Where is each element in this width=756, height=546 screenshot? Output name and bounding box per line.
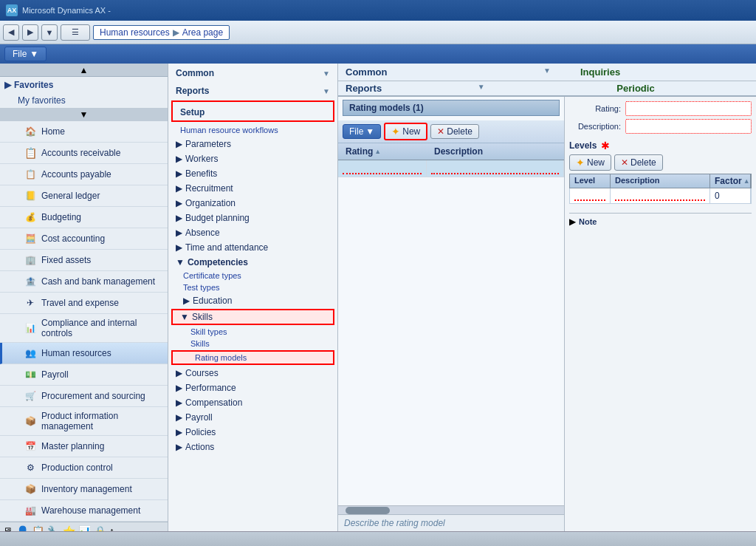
sidebar-item-procurement[interactable]: 🛒 Procurement and sourcing <box>0 386 168 407</box>
forward-button[interactable]: ▶ <box>22 24 38 41</box>
sidebar-item-fixed-assets[interactable]: 🏢 Fixed assets <box>0 250 168 271</box>
sort-arrow-rating: ▲ <box>374 148 381 155</box>
area-benefits[interactable]: ▶ Benefits <box>168 166 337 181</box>
area-workers[interactable]: ▶ Workers <box>168 151 337 166</box>
absence-label: Absence <box>185 228 220 238</box>
levels-delete-button[interactable]: ✕ Delete <box>614 154 663 171</box>
sidebar-item-product-info[interactable]: 📦 Product information management <box>0 407 168 436</box>
area-courses[interactable]: ▶ Courses <box>168 366 337 381</box>
note-header[interactable]: ▶ Note <box>569 214 752 230</box>
sidebar-item-home[interactable]: 🏠 Home <box>0 121 168 143</box>
sidebar-item-cash-bank[interactable]: 🏦 Cash and bank management <box>0 271 168 293</box>
horizontal-scrollbar[interactable] <box>338 505 564 514</box>
sidebar-item-master-planning[interactable]: 📅 Master planning <box>0 436 168 457</box>
scrollbar-thumb[interactable] <box>346 507 390 514</box>
sidebar-item-accounts-payable[interactable]: 📋 Accounts payable <box>0 164 168 185</box>
favorites-section[interactable]: ▶ Favorites <box>0 77 168 93</box>
sidebar-item-human-resources[interactable]: 👥 Human resources <box>0 343 168 364</box>
inventory-icon: 📦 <box>24 482 37 496</box>
actions-arrow: ▶ <box>176 442 182 452</box>
description-value-input[interactable] <box>431 163 559 174</box>
area-skills[interactable]: ▼ Skills <box>171 309 334 325</box>
panel-delete-button[interactable]: ✕ Delete <box>430 124 479 139</box>
rating-field-input[interactable] <box>625 101 752 116</box>
reports-label: Reports <box>176 86 209 96</box>
bottom-icon-1[interactable]: 🖥 <box>3 525 13 531</box>
sidebar-item-budgeting[interactable]: 💰 Budgeting <box>0 207 168 228</box>
menu-button[interactable]: ☰ <box>61 24 90 41</box>
area-budget-planning[interactable]: ▶ Budget planning <box>168 211 337 225</box>
grid-header-rating[interactable]: Rating ▲ <box>341 145 430 158</box>
sidebar-scroll-top[interactable]: ▲ <box>0 64 168 77</box>
sidebar-item-accounts-receivable[interactable]: 📋 Accounts receivable <box>0 143 168 164</box>
area-payroll[interactable]: ▶ Payroll <box>168 410 337 425</box>
content-mid-bar: Reports ▼ Periodic <box>338 81 756 97</box>
back-button[interactable]: ◀ <box>3 24 19 41</box>
bottom-icon-3[interactable]: 📋 <box>32 525 44 531</box>
bottom-icon-5[interactable]: ⭐ <box>63 525 75 531</box>
area-absence[interactable]: ▶ Absence <box>168 225 337 240</box>
sidebar-item-warehouse[interactable]: 🏭 Warehouse management <box>0 500 168 522</box>
area-skills-sub[interactable]: Skills <box>168 338 337 349</box>
description-field-input[interactable] <box>625 119 752 134</box>
panel-new-label: New <box>402 126 420 137</box>
grid-header-description[interactable]: Description <box>430 145 561 158</box>
content-inquiries-label: Inquiries <box>580 66 749 78</box>
levels-grid-header: Level Description Factor ▲ <box>569 174 752 188</box>
area-recruitment[interactable]: ▶ Recruitment <box>168 181 337 196</box>
levels-table-row[interactable]: 0 <box>569 188 752 204</box>
levels-new-button[interactable]: ✦ New <box>569 154 611 171</box>
sidebar-item-general-ledger[interactable]: 📒 General ledger <box>0 185 168 207</box>
panel-file-button[interactable]: File ▼ <box>343 124 381 139</box>
levels-sort-arrow: ▲ <box>743 177 750 185</box>
human-resources-icon: 👥 <box>24 347 37 360</box>
area-education[interactable]: ▶ Education <box>168 293 337 308</box>
area-test-types[interactable]: Test types <box>168 281 337 293</box>
sidebar-item-production-control[interactable]: ⚙ Production control <box>0 457 168 479</box>
area-rating-models[interactable]: Rating models <box>171 350 334 365</box>
level-desc-value[interactable] <box>615 191 705 201</box>
area-skill-types[interactable]: Skill types <box>168 326 337 338</box>
bottom-icon-6[interactable]: 📊 <box>78 525 91 531</box>
grid-cell-rating <box>338 160 427 177</box>
desc-hint-text: Describe the rating model <box>344 518 445 528</box>
levels-new-star-icon: ✦ <box>576 157 585 168</box>
area-parameters[interactable]: ▶ Parameters <box>168 137 337 151</box>
rating-value-input[interactable] <box>343 163 422 174</box>
competencies-arrow: ▼ <box>176 257 185 267</box>
sidebar-item-cost-accounting[interactable]: 🧮 Cost accounting <box>0 228 168 250</box>
competencies-label: Competencies <box>188 257 248 267</box>
bottom-icon-7[interactable]: 🔒 <box>94 525 106 531</box>
area-organization[interactable]: ▶ Organization <box>168 196 337 211</box>
sidebar-scroll-control[interactable]: ▼ <box>0 108 168 121</box>
area-hr-workflows[interactable]: Human resource workflows <box>168 123 337 137</box>
reports-chevron: ▼ <box>323 87 330 95</box>
table-row[interactable] <box>338 160 564 177</box>
area-time-attendance[interactable]: ▶ Time and attendance <box>168 240 337 255</box>
levels-header-factor[interactable]: Factor ▲ <box>710 174 751 188</box>
bottom-icon-8[interactable]: ↕ <box>109 525 114 531</box>
note-chevron: ▶ <box>569 216 576 227</box>
bottom-icon-4[interactable]: 🔧 <box>47 525 60 531</box>
sidebar-item-payroll[interactable]: 💵 Payroll <box>0 364 168 386</box>
my-favorites-item[interactable]: My favorites <box>0 93 168 108</box>
breadcrumb-human-resources[interactable]: Human resources <box>100 27 170 38</box>
dropdown-button[interactable]: ▼ <box>41 24 58 41</box>
level-value[interactable] <box>574 191 605 201</box>
sidebar-item-compliance[interactable]: 📊 Compliance and internal controls <box>0 314 168 343</box>
area-performance[interactable]: ▶ Performance <box>168 381 337 395</box>
sidebar-item-inventory[interactable]: 📦 Inventory management <box>0 479 168 500</box>
area-actions[interactable]: ▶ Actions <box>168 440 337 454</box>
area-policies[interactable]: ▶ Policies <box>168 425 337 440</box>
area-compensation[interactable]: ▶ Compensation <box>168 395 337 410</box>
area-certificate-types[interactable]: Certificate types <box>168 270 337 281</box>
production-control-icon: ⚙ <box>24 461 37 474</box>
file-bar: File ▼ <box>0 44 756 64</box>
sidebar-item-travel-expense[interactable]: ✈ Travel and expense <box>0 293 168 314</box>
my-favorites-label: My favorites <box>18 95 66 106</box>
description-field-label: Description: <box>569 122 621 131</box>
panel-new-button[interactable]: ✦ New <box>384 123 427 140</box>
area-competencies[interactable]: ▼ Competencies <box>168 255 337 270</box>
bottom-icon-2[interactable]: 👤 <box>16 525 29 531</box>
file-menu-button[interactable]: File ▼ <box>4 47 47 61</box>
